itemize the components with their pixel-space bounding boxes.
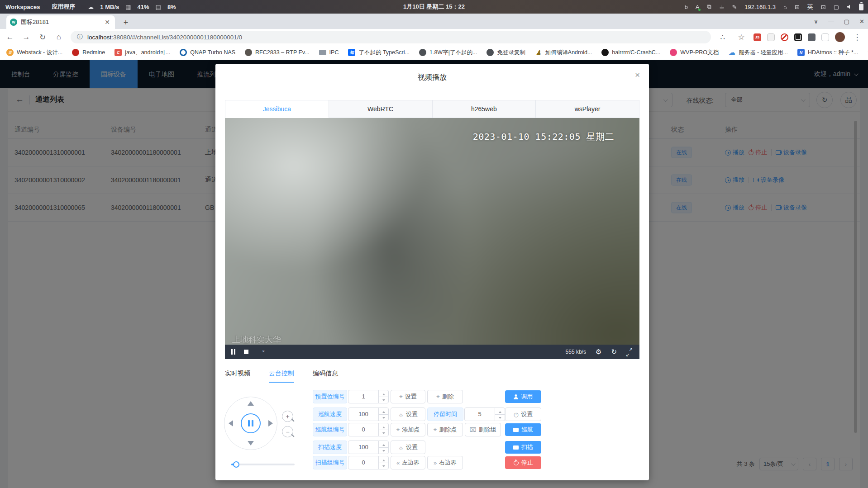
extension-js-icon[interactable]: JS xyxy=(754,33,761,41)
ptz-left-button[interactable] xyxy=(229,420,233,426)
bookmark-item[interactable]: 免登录复制 xyxy=(486,49,525,57)
preset-call-button[interactable]: 调用 xyxy=(505,390,541,403)
stepper-down-icon[interactable] xyxy=(379,415,388,421)
address-bar[interactable]: ⓘ localhost :38080/#/channelList/3402000… xyxy=(71,31,711,43)
cruise-speed-set-button[interactable]: ☼设置 xyxy=(391,407,425,421)
slider-knob[interactable] xyxy=(233,461,239,468)
bookmark-item[interactable]: Cjava、android可... xyxy=(114,49,170,57)
new-tab-button[interactable]: + xyxy=(120,17,131,28)
cruise-start-button[interactable]: 巡航 xyxy=(505,423,541,436)
stepper-down-icon[interactable] xyxy=(379,430,388,436)
preset-set-button[interactable]: ⌖设置 xyxy=(391,390,425,403)
scan-speed-set-button[interactable]: ☼设置 xyxy=(391,441,425,454)
bookmark-item[interactable]: RFC2833 – RTP Ev... xyxy=(245,49,310,56)
tab-search-icon[interactable]: ∨ xyxy=(814,18,818,25)
bookmark-item[interactable]: NHDAtmos :: 种子 *... xyxy=(797,49,858,57)
bookmark-item[interactable]: WVP-PRO文档 xyxy=(670,49,719,57)
cruise-speed-input[interactable]: 100 xyxy=(348,407,389,421)
home-tray-icon[interactable]: ⌂ xyxy=(783,4,787,10)
applications-menu[interactable]: 应用程序 xyxy=(52,3,75,11)
video-player[interactable]: 2023-01-10 15:22:05 星期二 上地科实大华 555 kb/s … xyxy=(225,118,639,359)
workspaces-button[interactable]: Workspaces xyxy=(5,4,40,10)
extension-darkmode-icon[interactable] xyxy=(794,33,802,41)
scan-speed-input[interactable]: 100 xyxy=(348,441,389,454)
profile-avatar[interactable] xyxy=(835,32,845,42)
caffeine-icon[interactable]: ☕ xyxy=(719,4,725,10)
reload-icon[interactable]: ↻ xyxy=(36,33,49,42)
home-icon[interactable]: ⌂ xyxy=(52,33,65,42)
input-helper-icon[interactable]: A xyxy=(696,4,700,10)
system-clock[interactable]: 1月10日 星期二 15：22 xyxy=(403,3,465,11)
zoom-out-button[interactable]: − xyxy=(282,426,293,437)
bookmark-item[interactable]: hairrrrr/C-CrashC... xyxy=(601,49,660,56)
stepper-up-icon[interactable] xyxy=(379,423,388,430)
back-icon[interactable]: ← xyxy=(4,33,16,42)
scan-right-bound-button[interactable]: »右边界 xyxy=(427,456,463,469)
cruise-delete-point-button[interactable]: ⌖删除点 xyxy=(427,423,463,436)
bookmark-item[interactable]: ☁服务器 - 轻量应用... xyxy=(728,49,788,57)
refresh-stream-icon[interactable]: ↻ xyxy=(611,348,617,356)
color-picker-icon[interactable]: ✎ xyxy=(732,4,737,10)
zoom-in-button[interactable]: + xyxy=(282,411,293,422)
tab-wsplayer[interactable]: wsPlayer xyxy=(536,100,639,118)
tab-close-icon[interactable]: ✕ xyxy=(103,19,111,26)
volume-icon[interactable] xyxy=(847,5,851,9)
stepper-down-icon[interactable] xyxy=(379,448,388,454)
clipboard-icon[interactable]: ⧉ xyxy=(707,3,711,10)
window-close-icon[interactable]: ✕ xyxy=(859,18,864,25)
stepper-down-icon[interactable] xyxy=(379,463,388,469)
extension-notes-icon[interactable] xyxy=(821,33,829,41)
bookmark-item[interactable]: ♟如何编译Android... xyxy=(535,49,592,57)
browser-tab[interactable]: w 国标28181 ✕ xyxy=(6,15,115,29)
ip-address[interactable]: 192.168.1.3 xyxy=(744,4,776,10)
scan-start-button[interactable]: 扫描 xyxy=(505,441,541,454)
tab-live-video[interactable]: 实时视频 xyxy=(225,370,250,383)
window-minimize-icon[interactable]: — xyxy=(828,18,834,25)
tab-ptz-control[interactable]: 云台控制 xyxy=(269,370,294,383)
tab-codec-info[interactable]: 编码信息 xyxy=(313,370,338,383)
number-stepper[interactable] xyxy=(378,441,388,454)
number-stepper[interactable] xyxy=(495,408,505,421)
ptz-right-button[interactable] xyxy=(268,420,273,426)
tab-h265web[interactable]: h265web xyxy=(433,100,536,118)
number-stepper[interactable] xyxy=(378,423,388,436)
site-info-icon[interactable]: ⓘ xyxy=(77,33,83,41)
window-maximize-icon[interactable]: ▢ xyxy=(844,18,849,25)
cruise-add-point-button[interactable]: ⌖添加点 xyxy=(391,423,425,436)
bookmark-item[interactable]: QNAP Turbo NAS xyxy=(180,49,235,56)
scan-left-bound-button[interactable]: «左边界 xyxy=(391,456,425,469)
scan-group-input[interactable]: 0 xyxy=(348,456,389,469)
ptz-speed-slider[interactable] xyxy=(231,464,295,465)
number-stepper[interactable] xyxy=(378,456,388,469)
tab-jessibuca[interactable]: Jessibuca xyxy=(225,100,329,118)
preset-number-input[interactable]: 1 xyxy=(348,390,389,403)
share-icon[interactable]: ∴ xyxy=(716,33,729,42)
extension-mask-icon[interactable] xyxy=(767,33,775,41)
number-stepper[interactable] xyxy=(378,408,388,421)
bookmark-folder[interactable]: IPC xyxy=(319,49,339,56)
stepper-up-icon[interactable] xyxy=(495,408,505,415)
stepper-down-icon[interactable] xyxy=(495,415,505,421)
stepper-up-icon[interactable] xyxy=(379,456,388,463)
workspace-switcher-icon[interactable]: ⊞ xyxy=(795,4,800,10)
stepper-up-icon[interactable] xyxy=(379,408,388,415)
stepper-up-icon[interactable] xyxy=(379,441,388,448)
extension-blocker-icon[interactable] xyxy=(781,33,788,41)
pause-icon[interactable] xyxy=(231,349,235,355)
extensions-puzzle-icon[interactable] xyxy=(808,33,816,41)
bookmark-item[interactable]: 1.8W字|了不起的... xyxy=(419,49,477,57)
bookmark-item[interactable]: 知了不起的 TypeScri... xyxy=(348,49,410,57)
tab-webrtc[interactable]: WebRTC xyxy=(329,100,433,118)
stay-time-input[interactable]: 5 xyxy=(464,407,505,421)
display-icon[interactable]: ▢ xyxy=(834,4,839,10)
ptz-stop-button[interactable]: 停止 xyxy=(505,456,541,469)
cruise-group-input[interactable]: 0 xyxy=(348,423,389,436)
fullscreen-icon[interactable] xyxy=(626,349,632,355)
ptz-down-button[interactable] xyxy=(248,441,254,445)
bookmark-item[interactable]: Redmine xyxy=(72,49,105,56)
stepper-up-icon[interactable] xyxy=(379,390,388,397)
forward-icon[interactable]: → xyxy=(20,33,33,42)
stepper-down-icon[interactable] xyxy=(379,397,388,403)
stay-time-set-button[interactable]: ◷设置 xyxy=(505,407,541,421)
cruise-delete-group-button[interactable]: ⌧删除组 xyxy=(465,423,501,436)
